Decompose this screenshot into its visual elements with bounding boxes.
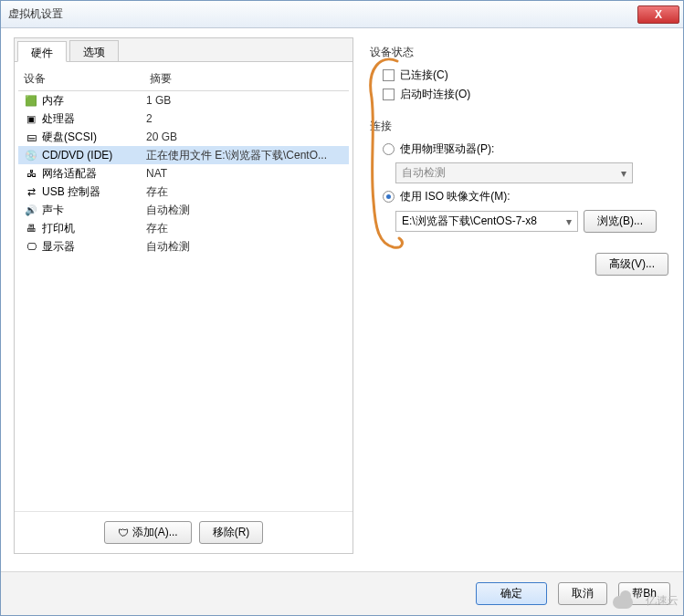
browse-button[interactable]: 浏览(B)... <box>584 210 657 233</box>
physical-drive-label: 使用物理驱动器(P): <box>400 141 494 157</box>
device-summary: NAT <box>146 167 349 180</box>
device-row[interactable]: 🖵显示器自动检测 <box>18 237 349 256</box>
tab-options[interactable]: 选项 <box>69 40 119 61</box>
column-device: 设备 <box>18 71 146 87</box>
physical-drive-radio-row[interactable]: 使用物理驱动器(P): <box>370 140 665 159</box>
device-name: 显示器 <box>42 239 146 255</box>
ok-button-label: 确定 <box>500 586 522 601</box>
device-name: 声卡 <box>42 203 146 218</box>
device-name: 硬盘(SCSI) <box>42 130 146 145</box>
iso-file-label: 使用 ISO 映像文件(M): <box>400 189 510 204</box>
device-row[interactable]: ⇄USB 控制器存在 <box>18 183 349 201</box>
device-row[interactable]: 🖶打印机存在 <box>18 219 349 237</box>
radio-icon <box>383 191 395 203</box>
connected-checkbox-row[interactable]: 已连接(C) <box>370 66 665 85</box>
device-name: 内存 <box>42 93 146 109</box>
device-rows: 🟩内存1 GB▣处理器2🖴硬盘(SCSI)20 GB💿CD/DVD (IDE)正… <box>18 91 349 506</box>
dialog-body: 硬件 选项 设备 摘要 🟩内存1 GB▣处理器2🖴硬盘(SCSI)20 GB💿C… <box>1 28 683 563</box>
window-title: 虚拟机设置 <box>8 6 637 22</box>
device-summary: 20 GB <box>146 131 349 143</box>
device-summary: 存在 <box>146 184 349 200</box>
remove-button-label: 移除(R) <box>213 525 250 540</box>
device-name: 处理器 <box>42 111 146 127</box>
device-summary: 正在使用文件 E:\浏览器下载\CentO... <box>146 148 349 163</box>
usb-icon: ⇄ <box>24 184 38 199</box>
tab-strip: 硬件 选项 <box>15 38 353 62</box>
iso-path-combo[interactable]: ▾ <box>395 211 578 232</box>
connect-at-poweron-label: 启动时连接(O) <box>400 87 470 102</box>
connect-at-poweron-row[interactable]: 启动时连接(O) <box>370 85 665 104</box>
iso-file-radio-row[interactable]: 使用 ISO 映像文件(M): <box>370 187 665 206</box>
right-pane: 设备状态 已连接(C) 启动时连接(O) 连接 使用物理驱动器(P): <box>364 37 670 554</box>
vm-settings-window: 虚拟机设置 X 硬件 选项 设备 摘要 🟩内存1 GB▣处理器2🖴硬盘(SCSI… <box>0 0 684 616</box>
device-name: 打印机 <box>42 221 146 236</box>
device-summary: 存在 <box>146 221 349 236</box>
nic-icon: 🖧 <box>24 166 38 181</box>
sound-icon: 🔊 <box>24 203 38 217</box>
advanced-row: 高级(V)... <box>364 247 670 281</box>
device-summary: 自动检测 <box>146 203 349 218</box>
device-status-group: 设备状态 已连接(C) 启动时连接(O) <box>364 41 670 108</box>
device-summary: 自动检测 <box>146 239 349 255</box>
ok-button[interactable]: 确定 <box>476 582 547 605</box>
remove-button[interactable]: 移除(R) <box>199 521 264 544</box>
cancel-button-label: 取消 <box>572 586 594 601</box>
iso-path-input[interactable] <box>396 212 561 231</box>
shield-icon: 🛡 <box>118 527 129 539</box>
printer-icon: 🖶 <box>24 221 38 235</box>
hdd-icon: 🖴 <box>24 130 38 144</box>
connection-title: 连接 <box>370 119 665 134</box>
connection-group: 连接 使用物理驱动器(P): ▾ 使用 ISO 映像文件(M): <box>364 115 670 240</box>
device-table: 设备 摘要 🟩内存1 GB▣处理器2🖴硬盘(SCSI)20 GB💿CD/DVD … <box>15 62 353 511</box>
device-name: 网络适配器 <box>42 166 146 182</box>
tab-hardware[interactable]: 硬件 <box>17 41 67 62</box>
device-table-header: 设备 摘要 <box>18 68 349 91</box>
add-button-label: 添加(A)... <box>132 525 178 540</box>
device-summary: 1 GB <box>146 94 349 107</box>
connected-label: 已连接(C) <box>400 68 448 83</box>
display-icon: 🖵 <box>24 239 38 254</box>
cd-icon: 💿 <box>24 148 38 162</box>
cpu-icon: ▣ <box>24 111 38 126</box>
device-row[interactable]: 🖴硬盘(SCSI)20 GB <box>18 128 349 146</box>
browse-button-label: 浏览(B)... <box>597 214 643 229</box>
chevron-down-icon[interactable]: ▾ <box>561 215 577 228</box>
watermark: 亿速云 <box>609 590 679 611</box>
device-summary: 2 <box>146 112 349 125</box>
device-name: USB 控制器 <box>42 184 146 200</box>
watermark-text: 亿速云 <box>646 593 679 609</box>
hardware-pane: 硬件 选项 设备 摘要 🟩内存1 GB▣处理器2🖴硬盘(SCSI)20 GB💿C… <box>14 37 353 554</box>
cancel-button[interactable]: 取消 <box>558 582 607 605</box>
device-row[interactable]: 🟩内存1 GB <box>18 91 349 110</box>
radio-dot-icon <box>386 194 391 199</box>
close-button[interactable]: X <box>637 5 679 24</box>
device-row[interactable]: 💿CD/DVD (IDE)正在使用文件 E:\浏览器下载\CentO... <box>18 146 349 164</box>
add-button[interactable]: 🛡 添加(A)... <box>104 521 192 544</box>
device-row[interactable]: 🖧网络适配器NAT <box>18 164 349 183</box>
cloud-icon <box>609 590 640 611</box>
advanced-button-label: 高级(V)... <box>609 256 655 272</box>
checkbox-icon <box>383 69 395 81</box>
column-summary: 摘要 <box>146 71 349 87</box>
left-footer: 🛡 添加(A)... 移除(R) <box>15 511 353 553</box>
physical-drive-input <box>396 163 616 183</box>
checkbox-icon <box>383 89 395 100</box>
chevron-down-icon: ▾ <box>616 167 632 180</box>
advanced-button[interactable]: 高级(V)... <box>595 253 668 276</box>
titlebar: 虚拟机设置 X <box>1 1 683 28</box>
device-row[interactable]: 🔊声卡自动检测 <box>18 201 349 219</box>
device-row[interactable]: ▣处理器2 <box>18 110 349 128</box>
memory-icon: 🟩 <box>24 93 38 108</box>
physical-drive-combo: ▾ <box>395 162 633 183</box>
device-name: CD/DVD (IDE) <box>42 149 146 162</box>
device-status-title: 设备状态 <box>370 45 665 60</box>
dialog-footer: 确定 取消 帮Bh <box>1 571 683 615</box>
radio-icon <box>383 143 395 155</box>
